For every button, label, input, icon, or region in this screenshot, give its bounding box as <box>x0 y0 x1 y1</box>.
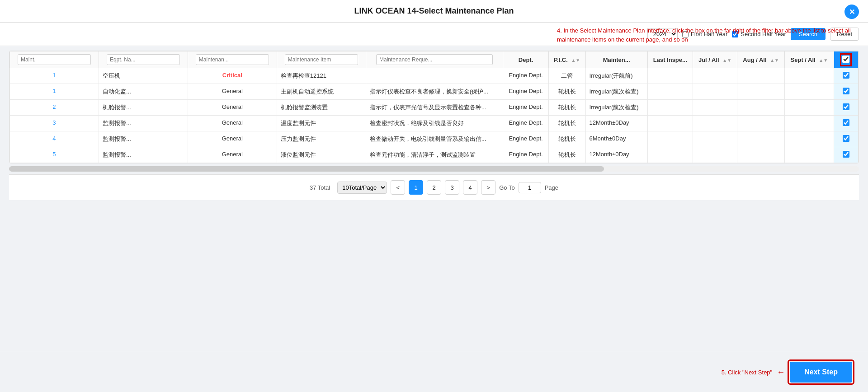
select-all-wrapper <box>840 53 852 66</box>
row-type: General <box>188 100 277 116</box>
col-maint-filter <box>10 51 99 68</box>
row-id: 1 <box>10 84 99 100</box>
row-pic: 二管 <box>548 68 585 84</box>
col-dept-header: Dept. <box>503 51 548 68</box>
prev-page-button[interactable]: < <box>391 180 405 195</box>
row-last-inspect <box>647 131 693 147</box>
bottom-bar: 5. Click "Next Step" ← Next Step <box>0 352 868 392</box>
row-id: 5 <box>10 147 99 163</box>
select-all-checkbox[interactable] <box>842 56 849 63</box>
row-req <box>366 68 503 84</box>
col-jul-header: Jul / All ▲▼ <box>693 51 737 68</box>
row-item: 主副机自动遥控系统 <box>277 84 366 100</box>
page-label: Page <box>545 184 558 191</box>
row-aug <box>737 116 785 131</box>
col-pic-header: P.I.C. ▲▼ <box>548 51 585 68</box>
next-step-button[interactable]: Next Step <box>790 362 852 383</box>
row-check-cell <box>834 116 858 131</box>
row-last-inspect <box>647 84 693 100</box>
row-req: 指示灯仪表检查不良者修理，换新安全(保护... <box>366 84 503 100</box>
page-1-button[interactable]: 1 <box>409 180 423 195</box>
pic-sort-icon[interactable]: ▲▼ <box>571 58 580 63</box>
close-button[interactable]: ✕ <box>844 5 859 19</box>
row-dept: Engine Dept. <box>503 116 548 131</box>
maintenance-table: Dept. P.I.C. ▲▼ Mainten... Last Inspe...… <box>9 51 859 163</box>
row-item: 检查再检查12121 <box>277 68 366 84</box>
row-pic: 轮机长 <box>548 131 585 147</box>
row-type: Critical <box>188 68 277 84</box>
scrollbar-thumb[interactable] <box>9 166 604 172</box>
row-pic: 轮机长 <box>548 84 585 100</box>
maint-filter-input[interactable] <box>18 54 91 65</box>
item-filter-input[interactable] <box>285 54 358 65</box>
col-eqpt-filter <box>99 51 188 68</box>
sept-sort-icon[interactable]: ▲▼ <box>819 58 828 63</box>
main-content: Dept. P.I.C. ▲▼ Mainten... Last Inspe...… <box>0 46 868 205</box>
page-size-select[interactable]: 10Total/Page 20Total/Page 50Total/Page <box>337 182 387 194</box>
row-checkbox[interactable] <box>843 151 849 158</box>
next-page-button[interactable]: > <box>481 180 495 195</box>
title-bar: LINK OCEAN 14-Select Maintenance Plan ✕ <box>0 0 868 23</box>
row-check-cell <box>834 100 858 116</box>
instruction-5: 5. Click "Next Step" <box>722 369 773 376</box>
col-aug-header: Aug / All ▲▼ <box>737 51 785 68</box>
row-eqpt: 监测报警... <box>99 131 188 147</box>
req-filter-input[interactable] <box>376 54 493 65</box>
table-row: 1 自动化监... General 主副机自动遥控系统 指示灯仪表检查不良者修理… <box>10 84 859 100</box>
row-eqpt: 自动化监... <box>99 84 188 100</box>
page-4-button[interactable]: 4 <box>463 180 477 195</box>
row-id: 1 <box>10 68 99 84</box>
row-checkbox[interactable] <box>843 72 849 79</box>
row-aug <box>737 147 785 163</box>
horizontal-scrollbar[interactable] <box>9 166 859 172</box>
row-req: 检查微动开关，电统引线测量管系及输出信... <box>366 131 503 147</box>
row-check-cell <box>834 147 858 163</box>
row-checkbox[interactable] <box>843 103 849 110</box>
eqpt-filter-input[interactable] <box>107 54 180 65</box>
jul-sort-icon[interactable]: ▲▼ <box>722 58 731 63</box>
row-pic: 轮机长 <box>548 116 585 131</box>
arrow-right-icon: ← <box>777 368 785 377</box>
row-jul <box>693 84 737 100</box>
row-type: General <box>188 147 277 163</box>
row-last-inspect <box>647 100 693 116</box>
col-type-filter <box>188 51 277 68</box>
total-label: 37 Total <box>310 184 330 191</box>
page-2-button[interactable]: 2 <box>427 180 441 195</box>
aug-sort-icon[interactable]: ▲▼ <box>770 58 779 63</box>
row-id: 3 <box>10 116 99 131</box>
col-lastinspect-header: Last Inspe... <box>647 51 693 68</box>
row-eqpt: 空压机 <box>99 68 188 84</box>
col-interval-header: Mainten... <box>585 51 647 68</box>
row-interval: 12Month±0Day <box>585 147 647 163</box>
row-interval: Irregular(航次检查) <box>585 84 647 100</box>
row-type: General <box>188 84 277 100</box>
next-step-wrapper: Next Step <box>788 359 854 385</box>
table-row: 1 空压机 Critical 检查再检查12121 Engine Dept. 二… <box>10 68 859 84</box>
row-sept <box>785 131 834 147</box>
row-jul <box>693 116 737 131</box>
row-checkbox[interactable] <box>843 88 849 94</box>
row-interval: Irregular(开航前) <box>585 68 647 84</box>
row-dept: Engine Dept. <box>503 68 548 84</box>
goto-input[interactable] <box>519 182 541 193</box>
row-last-inspect <box>647 116 693 131</box>
row-checkbox[interactable] <box>843 135 849 142</box>
table-body: 1 空压机 Critical 检查再检查12121 Engine Dept. 二… <box>10 68 859 163</box>
page-3-button[interactable]: 3 <box>445 180 459 195</box>
row-pic: 轮机长 <box>548 100 585 116</box>
row-jul <box>693 100 737 116</box>
row-checkbox[interactable] <box>843 119 849 126</box>
row-dept: Engine Dept. <box>503 84 548 100</box>
row-eqpt: 机舱报警... <box>99 100 188 116</box>
row-id: 4 <box>10 131 99 147</box>
row-id: 2 <box>10 100 99 116</box>
type-filter-input[interactable] <box>196 54 269 65</box>
row-req: 指示灯，仪表声光信号及显示装置检查各种... <box>366 100 503 116</box>
row-dept: Engine Dept. <box>503 131 548 147</box>
row-jul <box>693 131 737 147</box>
table-filter-row: Dept. P.I.C. ▲▼ Mainten... Last Inspe...… <box>10 51 859 68</box>
table-row: 4 监测报警... General 压力监测元件 检查微动开关，电统引线测量管系… <box>10 131 859 147</box>
pagination-bar: 37 Total 10Total/Page 20Total/Page 50Tot… <box>9 174 859 200</box>
row-item: 机舱报警监测装置 <box>277 100 366 116</box>
